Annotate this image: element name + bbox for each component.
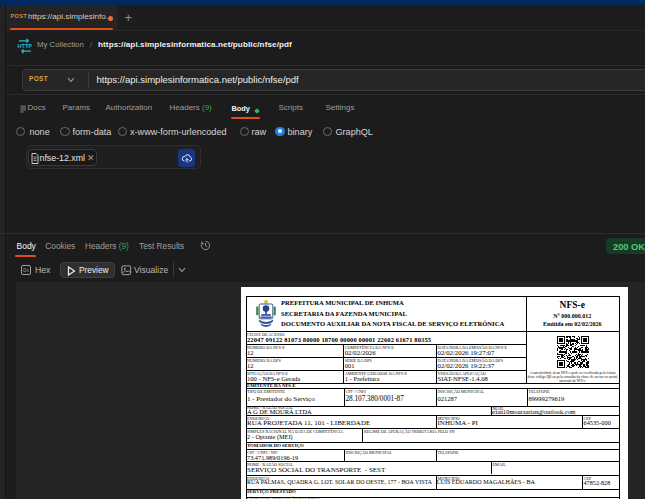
svg-text:HTTP: HTTP: [17, 43, 32, 49]
